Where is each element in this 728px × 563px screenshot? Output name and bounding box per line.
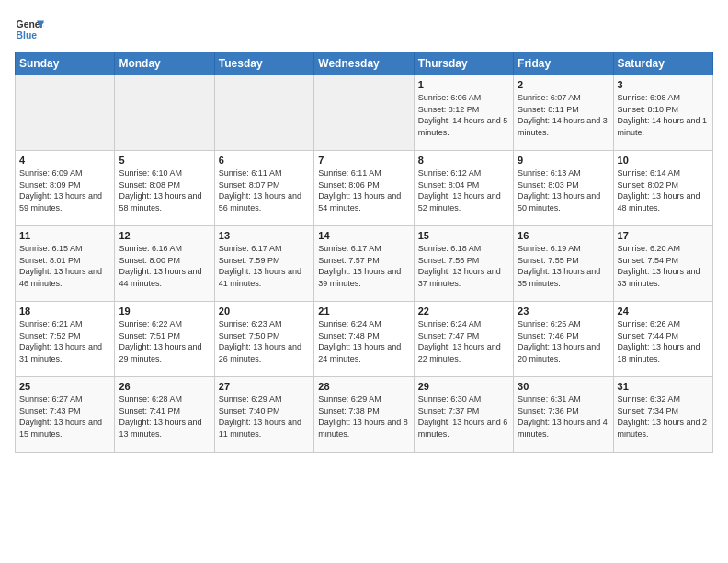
calendar-cell: 11Sunrise: 6:15 AMSunset: 8:01 PMDayligh… [16,226,115,302]
day-number: 15 [418,230,509,241]
calendar-cell: 1Sunrise: 6:06 AMSunset: 8:12 PMDaylight… [414,75,513,151]
day-info: Sunrise: 6:11 AMSunset: 8:07 PMDaylight:… [219,167,310,213]
calendar-cell: 7Sunrise: 6:11 AMSunset: 8:06 PMDaylight… [314,151,414,226]
weekday-header-saturday: Saturday [613,52,712,75]
day-info: Sunrise: 6:07 AMSunset: 8:11 PMDaylight:… [518,92,609,138]
calendar-cell [314,75,414,151]
calendar-cell: 29Sunrise: 6:30 AMSunset: 7:37 PMDayligh… [414,377,513,453]
day-info: Sunrise: 6:28 AMSunset: 7:41 PMDaylight:… [119,394,210,440]
day-info: Sunrise: 6:24 AMSunset: 7:48 PMDaylight:… [318,318,409,364]
calendar-cell: 31Sunrise: 6:32 AMSunset: 7:34 PMDayligh… [613,377,712,453]
calendar-cell: 24Sunrise: 6:26 AMSunset: 7:44 PMDayligh… [613,302,712,377]
logo: General Blue [15,15,44,44]
day-number: 2 [518,79,609,90]
day-info: Sunrise: 6:06 AMSunset: 8:12 PMDaylight:… [418,92,509,138]
calendar-cell [214,75,313,151]
calendar-cell: 25Sunrise: 6:27 AMSunset: 7:43 PMDayligh… [16,377,115,453]
day-number: 25 [19,381,110,392]
svg-text:Blue: Blue [17,30,38,40]
calendar-cell: 5Sunrise: 6:10 AMSunset: 8:08 PMDaylight… [115,151,214,226]
day-info: Sunrise: 6:19 AMSunset: 7:55 PMDaylight:… [518,243,609,289]
calendar-cell: 21Sunrise: 6:24 AMSunset: 7:48 PMDayligh… [314,302,414,377]
day-info: Sunrise: 6:08 AMSunset: 8:10 PMDaylight:… [618,92,709,138]
day-info: Sunrise: 6:26 AMSunset: 7:44 PMDaylight:… [618,318,709,364]
day-number: 22 [418,305,509,316]
calendar-table: SundayMondayTuesdayWednesdayThursdayFrid… [15,52,713,453]
day-info: Sunrise: 6:14 AMSunset: 8:02 PMDaylight:… [618,167,709,213]
day-number: 16 [518,230,609,241]
day-number: 12 [119,230,210,241]
calendar-cell: 20Sunrise: 6:23 AMSunset: 7:50 PMDayligh… [214,302,313,377]
calendar-cell: 23Sunrise: 6:25 AMSunset: 7:46 PMDayligh… [514,302,613,377]
weekday-header-thursday: Thursday [414,52,513,75]
calendar-cell: 30Sunrise: 6:31 AMSunset: 7:36 PMDayligh… [514,377,613,453]
day-number: 9 [518,155,609,166]
day-info: Sunrise: 6:29 AMSunset: 7:40 PMDaylight:… [219,394,310,440]
day-number: 31 [618,381,709,392]
calendar-cell: 8Sunrise: 6:12 AMSunset: 8:04 PMDaylight… [414,151,513,226]
day-number: 23 [518,305,609,316]
calendar-cell: 15Sunrise: 6:18 AMSunset: 7:56 PMDayligh… [414,226,513,302]
day-number: 21 [318,305,409,316]
day-number: 26 [119,381,210,392]
weekday-header-friday: Friday [514,52,613,75]
calendar-cell: 28Sunrise: 6:29 AMSunset: 7:38 PMDayligh… [314,377,414,453]
calendar-cell: 17Sunrise: 6:20 AMSunset: 7:54 PMDayligh… [613,226,712,302]
day-number: 27 [219,381,310,392]
calendar-cell [16,75,115,151]
day-number: 29 [418,381,509,392]
day-info: Sunrise: 6:22 AMSunset: 7:51 PMDaylight:… [119,318,210,364]
day-number: 17 [618,230,709,241]
weekday-header-sunday: Sunday [16,52,115,75]
day-number: 3 [618,79,709,90]
day-number: 11 [19,230,110,241]
page-header: General Blue [15,15,713,44]
calendar-cell [115,75,214,151]
day-number: 14 [318,230,409,241]
day-info: Sunrise: 6:21 AMSunset: 7:52 PMDaylight:… [19,318,110,364]
calendar-cell: 16Sunrise: 6:19 AMSunset: 7:55 PMDayligh… [514,226,613,302]
calendar-cell: 27Sunrise: 6:29 AMSunset: 7:40 PMDayligh… [214,377,313,453]
day-info: Sunrise: 6:29 AMSunset: 7:38 PMDaylight:… [318,394,409,440]
day-info: Sunrise: 6:16 AMSunset: 8:00 PMDaylight:… [119,243,210,289]
day-info: Sunrise: 6:15 AMSunset: 8:01 PMDaylight:… [19,243,110,289]
calendar-cell: 9Sunrise: 6:13 AMSunset: 8:03 PMDaylight… [514,151,613,226]
day-info: Sunrise: 6:20 AMSunset: 7:54 PMDaylight:… [618,243,709,289]
week-row-3: 18Sunrise: 6:21 AMSunset: 7:52 PMDayligh… [16,302,713,377]
day-info: Sunrise: 6:25 AMSunset: 7:46 PMDaylight:… [518,318,609,364]
day-number: 6 [219,155,310,166]
day-number: 19 [119,305,210,316]
day-info: Sunrise: 6:09 AMSunset: 8:09 PMDaylight:… [19,167,110,213]
week-row-1: 4Sunrise: 6:09 AMSunset: 8:09 PMDaylight… [16,151,713,226]
calendar-cell: 13Sunrise: 6:17 AMSunset: 7:59 PMDayligh… [214,226,313,302]
week-row-4: 25Sunrise: 6:27 AMSunset: 7:43 PMDayligh… [16,377,713,453]
weekday-header-wednesday: Wednesday [314,52,414,75]
calendar-cell: 22Sunrise: 6:24 AMSunset: 7:47 PMDayligh… [414,302,513,377]
calendar-cell: 12Sunrise: 6:16 AMSunset: 8:00 PMDayligh… [115,226,214,302]
day-number: 28 [318,381,409,392]
logo-icon: General Blue [15,15,44,44]
calendar-cell: 14Sunrise: 6:17 AMSunset: 7:57 PMDayligh… [314,226,414,302]
calendar-cell: 18Sunrise: 6:21 AMSunset: 7:52 PMDayligh… [16,302,115,377]
day-number: 7 [318,155,409,166]
day-number: 20 [219,305,310,316]
day-info: Sunrise: 6:24 AMSunset: 7:47 PMDaylight:… [418,318,509,364]
day-info: Sunrise: 6:10 AMSunset: 8:08 PMDaylight:… [119,167,210,213]
day-info: Sunrise: 6:18 AMSunset: 7:56 PMDaylight:… [418,243,509,289]
day-info: Sunrise: 6:11 AMSunset: 8:06 PMDaylight:… [318,167,409,213]
day-info: Sunrise: 6:32 AMSunset: 7:34 PMDaylight:… [618,394,709,440]
week-row-2: 11Sunrise: 6:15 AMSunset: 8:01 PMDayligh… [16,226,713,302]
day-info: Sunrise: 6:17 AMSunset: 7:57 PMDaylight:… [318,243,409,289]
day-number: 10 [618,155,709,166]
day-number: 18 [19,305,110,316]
day-number: 24 [618,305,709,316]
calendar-cell: 3Sunrise: 6:08 AMSunset: 8:10 PMDaylight… [613,75,712,151]
week-row-0: 1Sunrise: 6:06 AMSunset: 8:12 PMDaylight… [16,75,713,151]
day-info: Sunrise: 6:12 AMSunset: 8:04 PMDaylight:… [418,167,509,213]
calendar-cell: 6Sunrise: 6:11 AMSunset: 8:07 PMDaylight… [214,151,313,226]
day-info: Sunrise: 6:30 AMSunset: 7:37 PMDaylight:… [418,394,509,440]
day-number: 4 [19,155,110,166]
calendar-cell: 10Sunrise: 6:14 AMSunset: 8:02 PMDayligh… [613,151,712,226]
calendar-cell: 4Sunrise: 6:09 AMSunset: 8:09 PMDaylight… [16,151,115,226]
day-number: 5 [119,155,210,166]
